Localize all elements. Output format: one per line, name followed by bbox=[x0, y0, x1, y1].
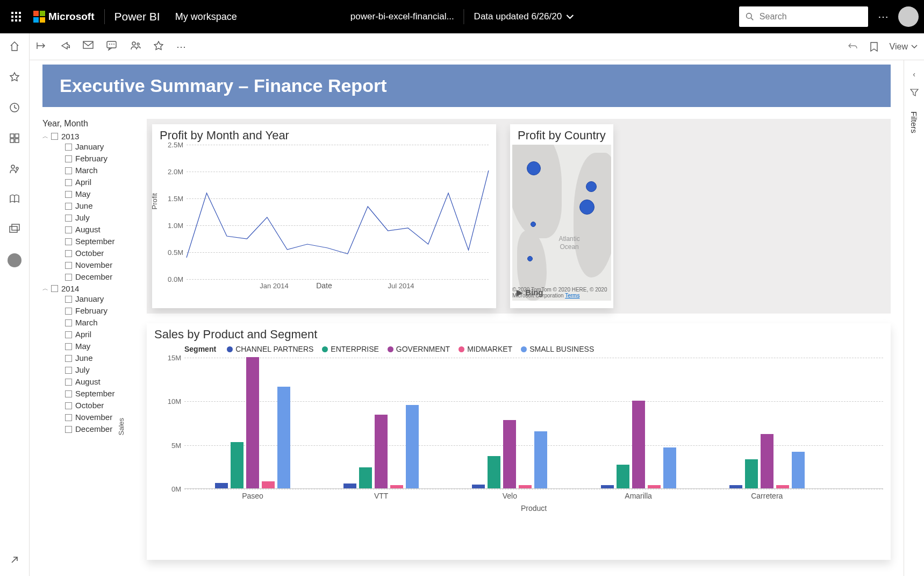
profit-by-month-chart[interactable]: Profit by Month and Year Profit 0.0M0.5M… bbox=[152, 124, 496, 308]
slicer-month[interactable]: February bbox=[42, 153, 139, 165]
terms-link[interactable]: Terms bbox=[565, 293, 579, 298]
view-dropdown[interactable]: View bbox=[890, 42, 918, 52]
more-options-icon[interactable]: ⋯ bbox=[176, 41, 186, 53]
bar[interactable] bbox=[648, 485, 661, 488]
teams-icon[interactable] bbox=[130, 41, 141, 53]
slicer-month[interactable]: April bbox=[42, 329, 139, 340]
slicer-month[interactable]: August bbox=[42, 376, 139, 388]
map-point-mexico[interactable] bbox=[527, 256, 533, 261]
slicer-month[interactable]: April bbox=[42, 176, 139, 188]
learn-icon[interactable] bbox=[9, 194, 20, 207]
checkbox[interactable] bbox=[65, 308, 72, 315]
slicer-month[interactable]: September bbox=[42, 388, 139, 400]
bar[interactable] bbox=[534, 431, 547, 488]
legend-item[interactable]: GOVERNMENT bbox=[388, 345, 450, 353]
checkbox[interactable] bbox=[65, 274, 72, 281]
checkbox[interactable] bbox=[65, 167, 72, 174]
bar[interactable] bbox=[472, 485, 485, 488]
apps-icon[interactable] bbox=[9, 133, 20, 146]
bar[interactable] bbox=[375, 415, 388, 488]
bar[interactable] bbox=[617, 465, 629, 488]
share-icon[interactable] bbox=[60, 41, 70, 53]
checkbox[interactable] bbox=[65, 203, 72, 210]
slicer-month[interactable]: October bbox=[42, 247, 139, 259]
checkbox[interactable] bbox=[65, 414, 72, 421]
checkbox[interactable] bbox=[65, 331, 72, 338]
slicer-month[interactable]: October bbox=[42, 400, 139, 411]
comment-icon[interactable] bbox=[106, 41, 117, 53]
recent-icon[interactable] bbox=[9, 102, 20, 116]
date-slicer[interactable]: Year, Month ︿2013JanuaryFebruaryMarchApr… bbox=[42, 119, 139, 560]
search-box[interactable] bbox=[739, 6, 868, 27]
legend-item[interactable]: ENTERPRISE bbox=[322, 345, 378, 353]
bar[interactable] bbox=[277, 387, 290, 488]
data-updated-dropdown[interactable]: Data updated 6/26/20 bbox=[474, 11, 574, 22]
bar[interactable] bbox=[601, 485, 614, 488]
my-workspace-icon[interactable] bbox=[8, 253, 22, 267]
app-name[interactable]: Power BI bbox=[114, 10, 160, 23]
mail-icon[interactable] bbox=[83, 41, 94, 53]
slicer-month[interactable]: July bbox=[42, 364, 139, 376]
bar[interactable] bbox=[503, 420, 516, 488]
legend-item[interactable]: SMALL BUSINESS bbox=[521, 345, 594, 353]
slicer-month[interactable]: May bbox=[42, 188, 139, 200]
slicer-month[interactable]: February bbox=[42, 305, 139, 317]
sales-by-product-segment-chart[interactable]: Sales by Product and Segment Segment CHA… bbox=[147, 323, 891, 560]
checkbox[interactable] bbox=[65, 191, 72, 198]
slicer-month[interactable]: June bbox=[42, 352, 139, 364]
slicer-month[interactable]: January bbox=[42, 141, 139, 153]
checkbox[interactable] bbox=[65, 379, 72, 386]
caret-up-icon[interactable]: ︿ bbox=[42, 132, 48, 140]
file-name[interactable]: power-bi-excel-financial... bbox=[350, 11, 454, 22]
bar[interactable] bbox=[406, 405, 419, 488]
filters-pane-collapsed[interactable]: ‹ Filters bbox=[904, 60, 924, 576]
favorites-icon[interactable] bbox=[9, 72, 20, 85]
slicer-month[interactable]: March bbox=[42, 317, 139, 329]
slicer-month[interactable]: July bbox=[42, 212, 139, 224]
checkbox[interactable] bbox=[65, 179, 72, 186]
checkbox[interactable] bbox=[65, 355, 72, 362]
user-avatar[interactable] bbox=[898, 6, 919, 27]
map-point-canada[interactable] bbox=[527, 161, 541, 175]
checkbox[interactable] bbox=[65, 262, 72, 269]
checkbox[interactable] bbox=[65, 402, 72, 409]
bar[interactable] bbox=[343, 483, 356, 488]
checkbox[interactable] bbox=[65, 226, 72, 233]
slicer-month[interactable]: November bbox=[42, 259, 139, 271]
slicer-month[interactable]: June bbox=[42, 200, 139, 212]
file-export-icon[interactable] bbox=[37, 41, 47, 53]
bookmark-icon[interactable] bbox=[870, 42, 878, 52]
checkbox[interactable] bbox=[65, 238, 72, 245]
bar[interactable] bbox=[488, 456, 500, 488]
checkbox[interactable] bbox=[65, 343, 72, 350]
checkbox[interactable] bbox=[65, 390, 72, 397]
legend-item[interactable]: MIDMARKET bbox=[459, 345, 512, 353]
checkbox[interactable] bbox=[51, 285, 58, 292]
chevron-left-icon[interactable]: ‹ bbox=[913, 70, 915, 79]
map-canvas[interactable]: AtlanticOcean ▶ Bing © 2020 TomTom © 202… bbox=[512, 145, 611, 301]
slicer-month[interactable]: September bbox=[42, 236, 139, 247]
checkbox[interactable] bbox=[65, 215, 72, 222]
slicer-month[interactable]: January bbox=[42, 293, 139, 305]
bar[interactable] bbox=[519, 485, 532, 489]
slicer-month[interactable]: March bbox=[42, 165, 139, 176]
slicer-month[interactable]: December bbox=[42, 271, 139, 283]
checkbox[interactable] bbox=[65, 319, 72, 326]
workspaces-icon[interactable] bbox=[9, 224, 20, 236]
bar[interactable] bbox=[761, 434, 773, 488]
bar[interactable] bbox=[231, 442, 243, 488]
bar[interactable] bbox=[390, 485, 403, 489]
bar[interactable] bbox=[663, 447, 676, 488]
slicer-year[interactable]: ︿2013 bbox=[42, 132, 139, 141]
checkbox[interactable] bbox=[65, 250, 72, 257]
bar[interactable] bbox=[246, 357, 259, 488]
map-point-france[interactable] bbox=[579, 200, 594, 215]
home-icon[interactable] bbox=[9, 41, 20, 54]
checkbox[interactable] bbox=[65, 296, 72, 303]
slicer-month[interactable]: May bbox=[42, 340, 139, 352]
open-external-icon[interactable] bbox=[10, 555, 19, 567]
legend-item[interactable]: CHANNEL PARTNERS bbox=[227, 345, 313, 353]
bar[interactable] bbox=[792, 452, 805, 488]
checkbox[interactable] bbox=[65, 426, 72, 433]
map-point-usa[interactable] bbox=[531, 222, 536, 227]
